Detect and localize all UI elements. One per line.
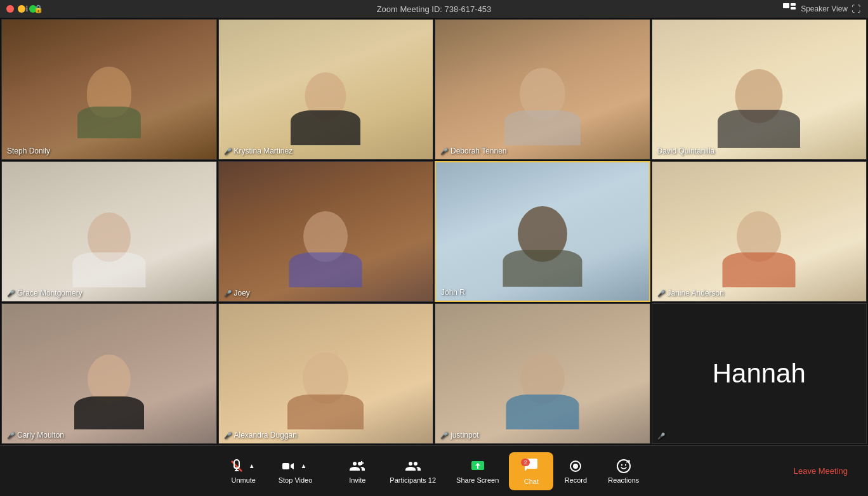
mute-icon-justinpot: 🎤 xyxy=(440,432,448,439)
video-feed-steph xyxy=(2,20,216,159)
video-cell-grace: 🎤 Grace Montgomery xyxy=(1,161,217,302)
video-feed-krystina xyxy=(219,20,433,159)
name-text-deborah: Deborah Tennen xyxy=(450,147,507,155)
svg-point-14 xyxy=(625,464,626,465)
name-label-hannah: 🎤 xyxy=(657,433,665,440)
mute-icon-carly: 🎤 xyxy=(7,432,15,439)
video-cell-justinpot: 🎤 justinpot xyxy=(435,303,650,444)
video-grid: Steph Donily 🎤 Krystina Martinez 🎤 Debor… xyxy=(0,18,868,445)
name-label-krystina: 🎤 Krystina Martinez xyxy=(224,147,293,155)
name-text-janine: Janine Anderson xyxy=(667,289,724,297)
name-text-alexandra: Alexandra Duggan xyxy=(234,431,297,440)
name-label-john: John R xyxy=(441,288,465,297)
unmute-button[interactable]: ▲ Unmute xyxy=(219,454,268,489)
record-label: Record xyxy=(565,476,587,484)
mute-icon-deborah: 🎤 xyxy=(440,148,448,155)
stop-video-label: Stop Video xyxy=(279,476,313,484)
svg-point-11 xyxy=(573,464,578,469)
hannah-name-overlay: Hannah xyxy=(713,358,806,389)
video-feed-deborah xyxy=(435,20,650,159)
video-feed-john xyxy=(436,162,649,301)
toolbar: ▲ Unmute ▲ Stop Video Invite xyxy=(0,445,868,496)
speaker-view-icon xyxy=(782,1,797,16)
name-label-joey: 🎤 Joey xyxy=(224,289,250,297)
hannah-name-text: Hannah xyxy=(713,358,806,388)
name-label-deborah: 🎤 Deborah Tennen xyxy=(440,147,507,155)
mute-icon-krystina: 🎤 xyxy=(224,148,232,155)
mute-icon-hannah: 🎤 xyxy=(657,433,665,440)
name-label-alexandra: 🎤 Alexandra Duggan xyxy=(224,431,297,440)
stop-video-chevron[interactable]: ▲ xyxy=(298,460,310,473)
svg-rect-6 xyxy=(282,463,289,469)
chat-badge: 2 xyxy=(521,459,530,466)
svg-rect-2 xyxy=(791,7,796,10)
participants-icon xyxy=(405,459,421,474)
reactions-button[interactable]: Reactions xyxy=(598,454,649,489)
meeting-title: Zoom Meeting ID: 738-617-453 xyxy=(377,4,492,14)
name-label-david: David Quintanilla xyxy=(657,147,715,155)
svg-point-15 xyxy=(628,460,629,462)
reactions-label: Reactions xyxy=(608,476,639,484)
video-cell-david: David Quintanilla xyxy=(652,19,867,160)
name-text-krystina: Krystina Martinez xyxy=(234,147,293,155)
close-button[interactable] xyxy=(6,5,14,13)
video-feed-janine xyxy=(652,162,867,301)
video-feed-joey xyxy=(219,162,433,301)
record-button[interactable]: Record xyxy=(553,454,598,489)
video-feed-david xyxy=(652,20,867,159)
name-label-justinpot: 🎤 justinpot xyxy=(440,431,479,440)
video-feed-grace xyxy=(2,162,216,301)
name-label-carly: 🎤 Carly Moulton xyxy=(7,431,64,440)
video-cell-krystina: 🎤 Krystina Martinez xyxy=(218,19,434,160)
name-text-carly: Carly Moulton xyxy=(17,431,64,440)
name-label-steph: Steph Donily xyxy=(7,147,50,155)
video-feed-carly xyxy=(2,304,216,443)
svg-point-13 xyxy=(621,464,622,465)
video-cell-janine: 🎤 Janine Anderson xyxy=(652,161,867,302)
name-text-david: David Quintanilla xyxy=(657,147,715,155)
name-text-joey: Joey xyxy=(234,289,250,297)
share-screen-icon xyxy=(470,459,485,474)
unmute-icon xyxy=(229,459,244,474)
share-screen-button[interactable]: Share Screen xyxy=(446,454,509,489)
name-label-janine: 🎤 Janine Anderson xyxy=(657,289,724,297)
video-cell-deborah: 🎤 Deborah Tennen xyxy=(435,19,650,160)
video-cell-carly: 🎤 Carly Moulton xyxy=(1,303,217,444)
lock-icon: 🔒 xyxy=(34,4,43,13)
speaker-view-label: Speaker View xyxy=(801,4,848,13)
share-screen-label: Share Screen xyxy=(456,476,499,484)
leave-meeting-label: Leave Meeting xyxy=(794,466,848,476)
name-text-grace: Grace Montgomery xyxy=(17,289,82,297)
video-cell-joey: 🎤 Joey xyxy=(218,161,434,302)
name-text-steph: Steph Donily xyxy=(7,147,50,155)
leave-meeting-button[interactable]: Leave Meeting xyxy=(786,461,855,481)
name-text-justinpot: justinpot xyxy=(450,431,479,440)
unmute-chevron[interactable]: ▲ xyxy=(246,460,258,473)
fullscreen-icon: ⛶ xyxy=(852,4,860,14)
chat-label: Chat xyxy=(524,478,539,485)
video-cell-alexandra: 🎤 Alexandra Duggan xyxy=(218,303,434,444)
minimize-button[interactable] xyxy=(18,5,25,13)
mute-icon-alexandra: 🎤 xyxy=(224,432,232,439)
title-bar-icons: ℹ 🔒 xyxy=(25,4,43,13)
video-icon xyxy=(281,459,296,474)
video-feed-alexandra xyxy=(219,304,433,443)
participants-label: Participants 12 xyxy=(390,476,436,484)
record-icon xyxy=(568,459,583,474)
mute-icon-grace: 🎤 xyxy=(7,290,15,297)
name-label-grace: 🎤 Grace Montgomery xyxy=(7,289,82,297)
invite-icon xyxy=(350,459,365,474)
svg-rect-0 xyxy=(783,3,789,8)
video-cell-john: John R xyxy=(435,161,650,302)
chat-button[interactable]: 2 Chat xyxy=(509,452,553,490)
stop-video-button[interactable]: ▲ Stop Video xyxy=(268,454,323,489)
invite-button[interactable]: Invite xyxy=(335,454,379,489)
mute-icon-janine: 🎤 xyxy=(657,290,665,297)
speaker-view-button[interactable]: Speaker View ⛶ xyxy=(782,1,860,16)
reactions-icon xyxy=(616,459,631,474)
invite-label: Invite xyxy=(349,476,365,484)
participants-button[interactable]: Participants 12 xyxy=(379,454,446,489)
info-icon: ℹ xyxy=(25,4,29,13)
mute-icon-joey: 🎤 xyxy=(224,290,232,297)
name-text-john: John R xyxy=(441,288,465,297)
